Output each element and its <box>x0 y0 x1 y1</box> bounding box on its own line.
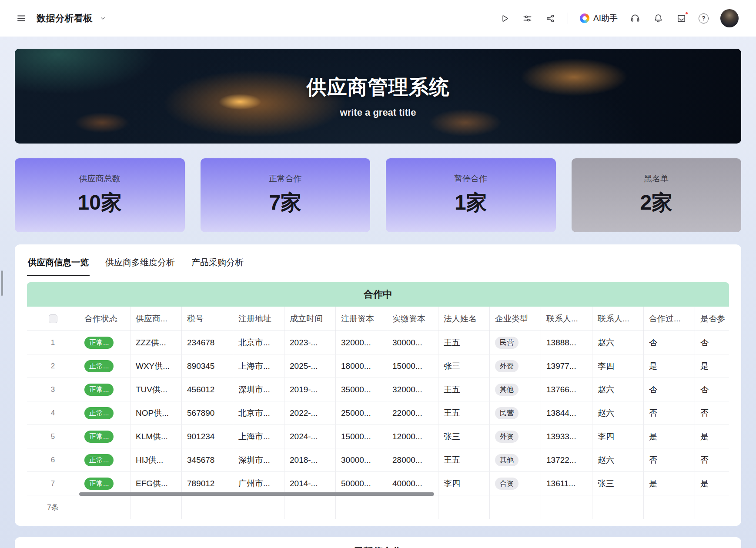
cell-contact_phone[interactable]: 13611... <box>541 472 592 495</box>
cell-supplier[interactable]: HIJ供... <box>130 448 182 471</box>
cell-address[interactable]: 北京市... <box>233 401 284 424</box>
cell-contact_phone[interactable]: 13888... <box>541 331 592 354</box>
help-icon[interactable]: ? <box>699 13 709 23</box>
cell-tax_id[interactable]: 789012 <box>182 472 233 495</box>
cell-company_type[interactable]: 外资 <box>490 354 541 378</box>
cell-contact_phone[interactable]: 13766... <box>541 378 592 401</box>
column-header[interactable]: 注册资本 <box>336 307 387 331</box>
cell-coop_history[interactable]: 是 <box>644 472 695 495</box>
cell-participate[interactable]: 否 <box>695 331 729 354</box>
cell-supplier[interactable]: NOP供... <box>130 401 182 424</box>
cell-status[interactable]: 正常... <box>79 378 130 401</box>
cell-coop_history[interactable]: 是 <box>644 425 695 448</box>
cell-tax_id[interactable]: 890345 <box>182 354 233 378</box>
cell-company_type[interactable]: 外资 <box>490 425 541 448</box>
cell-paid_capital[interactable]: 30000... <box>387 331 438 354</box>
cell-address[interactable]: 深圳市... <box>233 378 284 401</box>
column-header[interactable]: 税号 <box>182 307 233 331</box>
table-row[interactable]: 7正常...EFG供...789012广州市...2014-...50000..… <box>27 472 729 495</box>
tab-1[interactable]: 供应商多维度分析 <box>104 253 176 276</box>
stat-card-1[interactable]: 正常合作7家 <box>201 158 371 232</box>
cell-status[interactable]: 正常... <box>79 448 130 471</box>
table-row[interactable]: 3正常...TUV供...456012深圳市...2019-...35000..… <box>27 378 729 401</box>
cell-participate[interactable]: 否 <box>695 378 729 401</box>
cell-company_type[interactable]: 其他 <box>490 448 541 471</box>
column-header[interactable]: 法人姓名 <box>438 307 490 331</box>
settings-sliders-icon[interactable] <box>522 13 533 24</box>
cell-tax_id[interactable]: 234678 <box>182 331 233 354</box>
cell-address[interactable]: 广州市... <box>233 472 284 495</box>
cell-paid_capital[interactable]: 40000... <box>387 472 438 495</box>
column-header[interactable]: 是否参 <box>695 307 729 331</box>
cell-contact_name[interactable]: 赵六 <box>592 378 644 401</box>
cell-status[interactable]: 正常... <box>79 354 130 378</box>
column-header[interactable]: 联系人... <box>592 307 644 331</box>
cell-participate[interactable]: 否 <box>695 448 729 471</box>
cell-company_type[interactable]: 合资 <box>490 472 541 495</box>
cell-contact_name[interactable]: 赵六 <box>592 401 644 424</box>
cell-address[interactable]: 上海市... <box>233 425 284 448</box>
cell-legal_person[interactable]: 王五 <box>438 378 490 401</box>
cell-founded[interactable]: 2019-... <box>284 378 336 401</box>
cell-legal_person[interactable]: 王五 <box>438 448 490 471</box>
cell-legal_person[interactable]: 张三 <box>438 354 490 378</box>
column-header[interactable]: 联系人... <box>541 307 592 331</box>
cell-participate[interactable]: 是 <box>695 472 729 495</box>
column-header[interactable]: 合作状态 <box>79 307 130 331</box>
cell-contact_phone[interactable]: 13977... <box>541 354 592 378</box>
cell-paid_capital[interactable]: 28000... <box>387 448 438 471</box>
column-header[interactable]: 实缴资本 <box>387 307 438 331</box>
user-avatar[interactable] <box>720 9 739 27</box>
cell-coop_history[interactable]: 否 <box>644 448 695 471</box>
page-scrollbar-thumb[interactable] <box>1 271 3 296</box>
column-header[interactable]: 注册地址 <box>233 307 284 331</box>
cell-founded[interactable]: 2023-... <box>284 331 336 354</box>
table-row[interactable]: 4正常...NOP供...567890北京市...2022-...25000..… <box>27 401 729 425</box>
stat-card-2[interactable]: 暂停合作1家 <box>386 158 556 232</box>
cell-paid_capital[interactable]: 22000... <box>387 401 438 424</box>
cell-paid_capital[interactable]: 12000... <box>387 425 438 448</box>
column-header[interactable]: 企业类型 <box>490 307 541 331</box>
horizontal-scrollbar[interactable] <box>79 492 434 496</box>
cell-supplier[interactable]: KLM供... <box>130 425 182 448</box>
column-header[interactable]: 合作过... <box>644 307 695 331</box>
table-row[interactable]: 1正常...ZZZ供...234678北京市...2023-...32000..… <box>27 331 729 354</box>
cell-coop_history[interactable]: 否 <box>644 401 695 424</box>
cell-contact_name[interactable]: 赵六 <box>592 448 644 471</box>
cell-address[interactable]: 北京市... <box>233 331 284 354</box>
select-all-checkbox[interactable] <box>49 314 57 323</box>
cell-reg_capital[interactable]: 30000... <box>336 448 387 471</box>
chevron-down-icon[interactable] <box>97 13 108 24</box>
cell-reg_capital[interactable]: 50000... <box>336 472 387 495</box>
cell-tax_id[interactable]: 345678 <box>182 448 233 471</box>
cell-legal_person[interactable]: 张三 <box>438 425 490 448</box>
cell-status[interactable]: 正常... <box>79 401 130 424</box>
cell-founded[interactable]: 2014-... <box>284 472 336 495</box>
share-icon[interactable] <box>545 13 556 24</box>
cell-contact_name[interactable]: 赵六 <box>592 331 644 354</box>
cell-company_type[interactable]: 民营 <box>490 401 541 424</box>
cell-company_type[interactable]: 民营 <box>490 331 541 354</box>
cell-founded[interactable]: 2018-... <box>284 448 336 471</box>
cell-contact_phone[interactable]: 13844... <box>541 401 592 424</box>
cell-participate[interactable]: 是 <box>695 354 729 378</box>
cell-reg_capital[interactable]: 35000... <box>336 378 387 401</box>
table-row[interactable]: 2正常...WXY供...890345上海市...2025-...18000..… <box>27 354 729 378</box>
column-header[interactable]: 成立时间 <box>284 307 336 331</box>
cell-founded[interactable]: 2024-... <box>284 425 336 448</box>
cell-status[interactable]: 正常... <box>79 331 130 354</box>
cell-contact_name[interactable]: 张三 <box>592 472 644 495</box>
cell-tax_id[interactable]: 567890 <box>182 401 233 424</box>
cell-coop_history[interactable]: 是 <box>644 354 695 378</box>
cell-reg_capital[interactable]: 18000... <box>336 354 387 378</box>
cell-paid_capital[interactable]: 15000... <box>387 354 438 378</box>
hamburger-menu-icon[interactable] <box>16 13 27 24</box>
cell-tax_id[interactable]: 456012 <box>182 378 233 401</box>
cell-status[interactable]: 正常... <box>79 425 130 448</box>
cell-coop_history[interactable]: 否 <box>644 378 695 401</box>
cell-coop_history[interactable]: 否 <box>644 331 695 354</box>
column-header[interactable]: 供应商... <box>130 307 182 331</box>
play-icon[interactable] <box>498 13 510 24</box>
inbox-icon[interactable] <box>676 13 687 24</box>
cell-reg_capital[interactable]: 25000... <box>336 401 387 424</box>
